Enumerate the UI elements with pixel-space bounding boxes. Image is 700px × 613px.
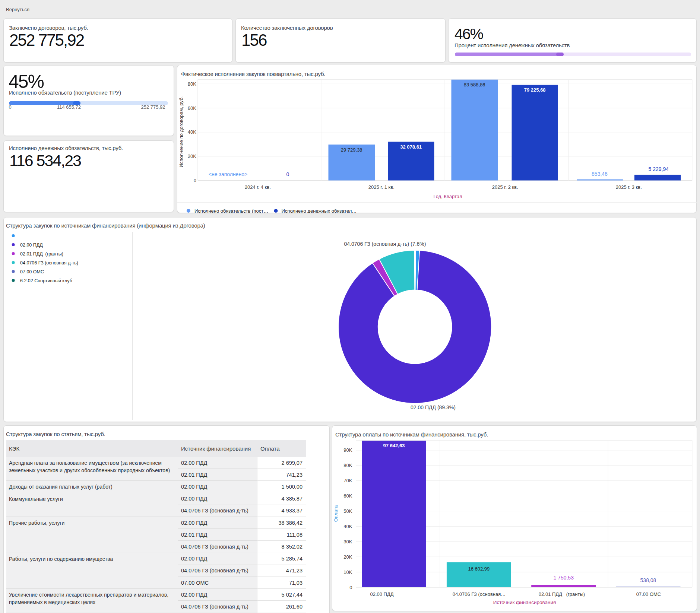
svg-text:07.00 ОМС: 07.00 ОМС — [636, 591, 661, 597]
svg-text:07.00 ОМС: 07.00 ОМС — [20, 269, 44, 274]
svg-text:2024 г. 4 кв.: 2024 г. 4 кв. — [245, 184, 271, 190]
svg-text:30K: 30K — [343, 539, 352, 544]
svg-text:2025 г. 1 кв.: 2025 г. 1 кв. — [368, 184, 395, 190]
svg-text:Исполнение по договорам, руб.: Исполнение по договорам, руб. — [178, 96, 184, 168]
svg-text:60K: 60K — [343, 493, 352, 499]
svg-text:<не заполнено>: <не заполнено> — [209, 171, 247, 177]
svg-text:6.2.02 Спортивный клуб: 6.2.02 Спортивный клуб — [20, 278, 72, 283]
svg-text:20K: 20K — [343, 554, 352, 560]
svg-text:0: 0 — [286, 171, 289, 177]
svg-text:02.01 ПДД (гранты): 02.01 ПДД (гранты) — [539, 591, 585, 597]
svg-text:40K: 40K — [343, 524, 352, 529]
svg-text:80K: 80K — [343, 463, 352, 468]
svg-text:04.0706 ГЗ (основная д-ть): 04.0706 ГЗ (основная д-ть) — [20, 260, 78, 266]
svg-text:02.01 ПДД (гранты): 02.01 ПДД (гранты) — [20, 251, 63, 257]
svg-text:0: 0 — [349, 585, 352, 590]
svg-text:80K: 80K — [188, 81, 196, 87]
svg-text:02.00 ПДД: 02.00 ПДД — [370, 591, 393, 597]
svg-text:02.00 ПДД: 02.00 ПДД — [20, 242, 43, 248]
svg-text:16 602,99: 16 602,99 — [468, 566, 490, 572]
svg-text:538,08: 538,08 — [640, 577, 656, 583]
svg-text:79 225,68: 79 225,68 — [524, 87, 546, 93]
svg-text:50K: 50K — [343, 508, 352, 514]
svg-text:90K: 90K — [343, 447, 352, 453]
svg-text:02.00 ПДД (89.3%): 02.00 ПДД (89.3%) — [411, 404, 456, 410]
svg-text:04.0706 ГЗ (основная…: 04.0706 ГЗ (основная… — [453, 591, 506, 597]
svg-text:2025 г. 2 кв.: 2025 г. 2 кв. — [492, 184, 518, 190]
svg-text:2025 г. 3 кв.: 2025 г. 3 кв. — [616, 184, 642, 190]
svg-text:853,46: 853,46 — [592, 171, 608, 177]
svg-text:10K: 10K — [343, 569, 352, 575]
svg-text:32 078,61: 32 078,61 — [400, 144, 422, 150]
svg-text:83 588,86: 83 588,86 — [464, 82, 485, 88]
svg-text:Оплата: Оплата — [333, 505, 339, 522]
svg-text:0: 0 — [194, 178, 196, 183]
svg-text:Источник финансирования: Источник финансирования — [493, 600, 556, 605]
svg-text:04.0706 ГЗ (основная д-ть) (7.: 04.0706 ГЗ (основная д-ть) (7.6%) — [344, 241, 426, 247]
svg-text:70K: 70K — [343, 478, 352, 483]
svg-text:1 750,53: 1 750,53 — [553, 575, 574, 581]
svg-text:40K: 40K — [188, 129, 196, 135]
svg-text:97 642,63: 97 642,63 — [383, 443, 405, 448]
svg-text:20K: 20K — [188, 153, 196, 159]
svg-text:29 729,38: 29 729,38 — [341, 147, 362, 153]
svg-text:5 229,94: 5 229,94 — [649, 166, 669, 172]
svg-text:Год, Квартал: Год, Квартал — [433, 194, 462, 199]
svg-text:60K: 60K — [188, 105, 196, 111]
svg-text:Исполнено обязательств (пост…: Исполнено обязательств (пост… — [194, 208, 268, 213]
svg-text:Исполнено денежных обязател…: Исполнено денежных обязател… — [282, 208, 357, 213]
